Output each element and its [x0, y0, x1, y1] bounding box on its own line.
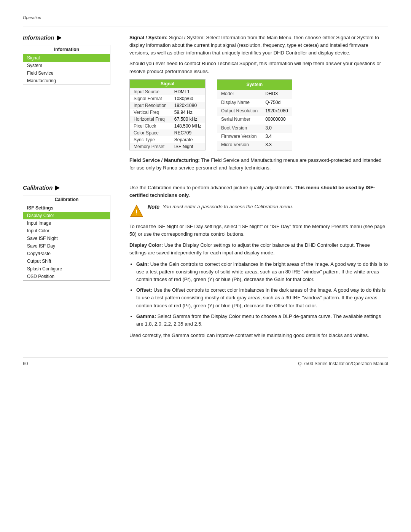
- information-support: Should you ever need to contact Runco Te…: [129, 60, 388, 75]
- signal-table-header: Signal: [130, 79, 206, 88]
- signal-vertical-label: Vertical Freq: [130, 109, 170, 116]
- information-section: Information ▶ Information Signal System …: [23, 34, 388, 175]
- note-svg: ! i: [129, 204, 144, 218]
- calibration-right: Use the Calibration menu to perform adva…: [129, 184, 388, 342]
- system-output-res-label: Output Resolution: [217, 107, 262, 116]
- system-display-name-label: Display Name: [217, 99, 262, 107]
- calibration-menu-isf-settings[interactable]: ISF Settings: [23, 204, 110, 212]
- signal-system-bold: Signal / System:: [129, 35, 167, 40]
- information-menu-field-service[interactable]: Field Service: [23, 69, 110, 77]
- note-icon: ! i: [129, 204, 144, 218]
- offset-label: Offset:: [136, 287, 152, 293]
- system-table: System ModelDHD3 Display NameQ-750d Outp…: [217, 79, 292, 150]
- calibration-menu-splash-configure[interactable]: Splash Configure: [23, 265, 110, 273]
- information-right: Signal / System: Signal / System: Select…: [129, 34, 388, 175]
- calibration-left: Calibration ▶ Calibration ISF Settings D…: [23, 184, 122, 342]
- information-menu-manufacturing[interactable]: Manufacturing: [23, 77, 110, 85]
- calibration-menu-output-shift[interactable]: Output Shift: [23, 257, 110, 265]
- system-firmware-value: 3.4: [261, 133, 292, 141]
- information-menu-system[interactable]: System: [23, 62, 110, 69]
- signal-table: Signal Input SourceHDMI 1 Signal Format1…: [129, 79, 206, 150]
- calibration-intro-bold: This menu should be used by ISF-certifie…: [129, 185, 375, 198]
- gamma-label: Gamma:: [136, 313, 156, 319]
- calibration-menu-header: Calibration: [23, 195, 110, 204]
- calibration-intro: Use the Calibration menu to perform adva…: [129, 184, 388, 199]
- footer-right-text: Q-750d Series Installation/Operation Man…: [298, 361, 388, 366]
- calibration-title: Calibration ▶: [23, 184, 122, 191]
- section-label: Operation: [23, 15, 388, 20]
- signal-horizontal-value: 67.500 kHz: [170, 116, 206, 123]
- system-table-header: System: [217, 79, 292, 90]
- signal-pixel-label: Pixel Clock: [130, 123, 170, 129]
- signal-horizontal-label: Horizontal Freq: [130, 116, 170, 123]
- calibration-menu-input-image[interactable]: Input Image: [23, 219, 110, 227]
- information-intro: Signal / System: Signal / System: Select…: [129, 34, 388, 57]
- system-model-label: Model: [217, 90, 262, 99]
- signal-input-res-value: 1920x1080: [170, 102, 206, 109]
- footer-rule: [23, 358, 388, 358]
- gamma-followup: Used correctly, the Gamma control can im…: [129, 332, 388, 339]
- top-rule: [23, 27, 388, 27]
- system-boot-label: Boot Version: [217, 125, 262, 133]
- note-label: Note: [148, 204, 159, 210]
- field-service-bold: Field Service / Manufacturing:: [129, 157, 200, 163]
- bullet-gain: Gain: Use the Gain controls to correct c…: [136, 260, 388, 283]
- signal-format-value: 1080p/60: [170, 95, 206, 102]
- note-row: ! i Note You must enter a passcode to ac…: [129, 203, 388, 218]
- calibration-menu-save-isf-night[interactable]: Save ISF Night: [23, 235, 110, 242]
- system-serial-label: Serial Number: [217, 116, 262, 124]
- signal-pixel-value: 148.500 MHz: [170, 123, 206, 129]
- information-title-text: Information: [23, 34, 54, 41]
- calibration-menu-save-isf-day[interactable]: Save ISF Day: [23, 242, 110, 250]
- system-serial-value: 00000000: [261, 116, 292, 124]
- signal-sync-label: Sync Type: [130, 136, 170, 143]
- information-arrow: ▶: [57, 34, 61, 41]
- system-model-value: DHD3: [261, 90, 292, 99]
- gain-label: Gain:: [136, 261, 149, 267]
- system-output-res-value: 1920x1080: [261, 107, 292, 116]
- signal-system-tables: Signal Input SourceHDMI 1 Signal Format1…: [129, 79, 388, 150]
- calibration-menu-copy-paste[interactable]: Copy/Paste: [23, 250, 110, 257]
- system-boot-value: 3.0: [261, 125, 292, 133]
- calibration-title-text: Calibration: [23, 184, 53, 191]
- signal-vertical-value: 59.94 Hz: [170, 109, 206, 116]
- note-text: You must enter a passcode to access the …: [162, 203, 293, 211]
- signal-memory-value: ISF Night: [170, 143, 206, 150]
- calibration-menu-display-color[interactable]: Display Color: [23, 212, 110, 219]
- signal-color-value: REC709: [170, 129, 206, 136]
- footer: 60 Q-750d Series Installation/Operation …: [23, 361, 388, 366]
- bullet-offset: Offset: Use the Offset controls to corre…: [136, 286, 388, 309]
- information-menu-signal[interactable]: Signal: [23, 54, 110, 62]
- system-micro-value: 3.3: [261, 141, 292, 150]
- display-color-text: Display Color: Use the Display Color set…: [129, 241, 388, 257]
- information-menu-header: Information: [23, 45, 110, 54]
- bullet-list: Gain: Use the Gain controls to correct c…: [136, 260, 388, 328]
- footer-page-number: 60: [23, 361, 28, 366]
- information-title: Information ▶: [23, 34, 122, 41]
- display-color-bold: Display Color:: [129, 242, 163, 248]
- system-firmware-label: Firmware Version: [217, 133, 262, 141]
- signal-color-label: Color Space: [130, 129, 170, 136]
- calibration-menu: Calibration ISF Settings Display Color I…: [23, 195, 110, 281]
- recall-text: To recall the ISF Night or ISF Day setti…: [129, 223, 388, 238]
- system-micro-label: Micro Version: [217, 141, 262, 150]
- information-menu: Information Signal System Field Service …: [23, 45, 110, 85]
- signal-sync-value: Separate: [170, 136, 206, 143]
- field-service-text: Field Service / Manufacturing: Field Ser…: [129, 157, 388, 172]
- calibration-section: Calibration ▶ Calibration ISF Settings D…: [23, 184, 388, 342]
- system-display-name-value: Q-750d: [261, 99, 292, 107]
- calibration-menu-osd-position[interactable]: OSD Position: [23, 273, 110, 280]
- signal-input-res-label: Input Resolution: [130, 102, 170, 109]
- signal-input-source-value: HDMI 1: [170, 88, 206, 95]
- signal-memory-label: Memory Preset: [130, 143, 170, 150]
- bullet-gamma: Gamma: Select Gamma from the Display Col…: [136, 313, 388, 328]
- page: Operation Information ▶ Information Sign…: [0, 0, 411, 532]
- note-label-row: Note You must enter a passcode to access…: [148, 203, 293, 211]
- signal-input-source-label: Input Source: [130, 88, 170, 95]
- information-left: Information ▶ Information Signal System …: [23, 34, 122, 175]
- calibration-arrow: ▶: [55, 184, 59, 191]
- calibration-menu-input-color[interactable]: Input Color: [23, 227, 110, 235]
- signal-format-label: Signal Format: [130, 95, 170, 102]
